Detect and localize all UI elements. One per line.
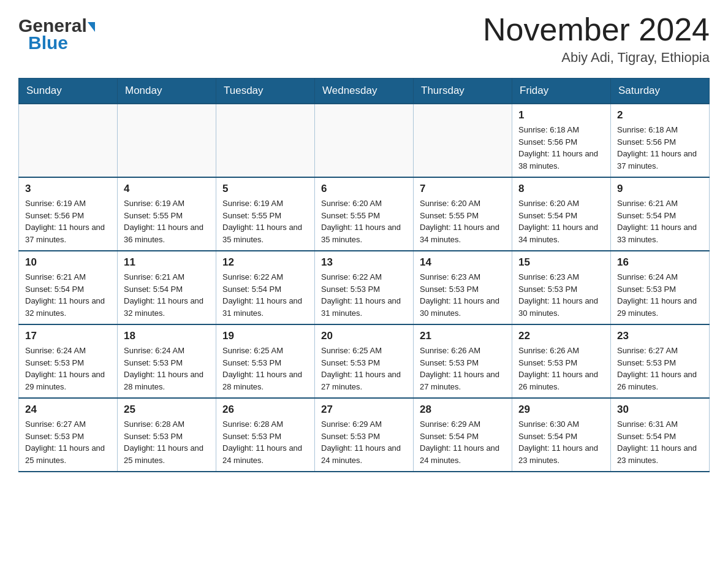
- day-info: Sunrise: 6:21 AMSunset: 5:54 PMDaylight:…: [25, 271, 111, 319]
- calendar-cell: [315, 104, 414, 177]
- calendar-cell: 22Sunrise: 6:26 AMSunset: 5:53 PMDayligh…: [512, 324, 611, 398]
- day-number: 9: [617, 183, 703, 195]
- day-number: 19: [222, 330, 308, 342]
- calendar-cell: 9Sunrise: 6:21 AMSunset: 5:54 PMDaylight…: [611, 177, 710, 251]
- col-tuesday: Tuesday: [216, 79, 315, 104]
- calendar-cell: 29Sunrise: 6:30 AMSunset: 5:54 PMDayligh…: [512, 398, 611, 472]
- day-number: 15: [518, 256, 604, 269]
- calendar-title: November 2024: [483, 12, 710, 47]
- day-info: Sunrise: 6:20 AMSunset: 5:55 PMDaylight:…: [420, 197, 506, 245]
- calendar-cell: 17Sunrise: 6:24 AMSunset: 5:53 PMDayligh…: [19, 324, 118, 398]
- calendar-header-row: Sunday Monday Tuesday Wednesday Thursday…: [19, 79, 710, 104]
- day-number: 14: [420, 256, 506, 269]
- calendar-cell: 19Sunrise: 6:25 AMSunset: 5:53 PMDayligh…: [216, 324, 315, 398]
- calendar-cell: 7Sunrise: 6:20 AMSunset: 5:55 PMDaylight…: [414, 177, 512, 251]
- calendar-cell: 12Sunrise: 6:22 AMSunset: 5:54 PMDayligh…: [216, 251, 315, 324]
- calendar-subtitle: Abiy Adi, Tigray, Ethiopia: [483, 50, 710, 66]
- calendar-cell: [216, 104, 315, 177]
- calendar-week-row: 1Sunrise: 6:18 AMSunset: 5:56 PMDaylight…: [19, 104, 710, 177]
- day-info: Sunrise: 6:29 AMSunset: 5:53 PMDaylight:…: [321, 418, 407, 466]
- day-number: 6: [321, 183, 407, 195]
- title-block: November 2024 Abiy Adi, Tigray, Ethiopia: [483, 12, 710, 66]
- day-info: Sunrise: 6:22 AMSunset: 5:53 PMDaylight:…: [321, 271, 407, 319]
- logo-arrow-icon: [88, 22, 95, 32]
- calendar-cell: 24Sunrise: 6:27 AMSunset: 5:53 PMDayligh…: [19, 398, 118, 472]
- day-info: Sunrise: 6:19 AMSunset: 5:55 PMDaylight:…: [124, 197, 210, 245]
- day-info: Sunrise: 6:28 AMSunset: 5:53 PMDaylight:…: [222, 418, 308, 466]
- day-number: 12: [222, 256, 308, 269]
- calendar-cell: 10Sunrise: 6:21 AMSunset: 5:54 PMDayligh…: [19, 251, 118, 324]
- calendar-cell: 30Sunrise: 6:31 AMSunset: 5:54 PMDayligh…: [611, 398, 710, 472]
- day-number: 3: [25, 183, 111, 195]
- day-number: 23: [617, 330, 703, 342]
- day-info: Sunrise: 6:21 AMSunset: 5:54 PMDaylight:…: [124, 271, 210, 319]
- calendar-cell: 25Sunrise: 6:28 AMSunset: 5:53 PMDayligh…: [118, 398, 216, 472]
- day-info: Sunrise: 6:23 AMSunset: 5:53 PMDaylight:…: [420, 271, 506, 319]
- calendar-cell: 14Sunrise: 6:23 AMSunset: 5:53 PMDayligh…: [414, 251, 512, 324]
- day-info: Sunrise: 6:20 AMSunset: 5:54 PMDaylight:…: [518, 197, 604, 245]
- calendar-cell: 28Sunrise: 6:29 AMSunset: 5:54 PMDayligh…: [414, 398, 512, 472]
- day-number: 22: [518, 330, 604, 342]
- day-number: 16: [617, 256, 703, 269]
- col-saturday: Saturday: [611, 79, 710, 104]
- day-info: Sunrise: 6:21 AMSunset: 5:54 PMDaylight:…: [617, 197, 703, 245]
- day-number: 10: [25, 256, 111, 269]
- day-info: Sunrise: 6:26 AMSunset: 5:53 PMDaylight:…: [518, 345, 604, 393]
- day-info: Sunrise: 6:18 AMSunset: 5:56 PMDaylight:…: [617, 124, 703, 172]
- day-number: 18: [124, 330, 210, 342]
- day-number: 21: [420, 330, 506, 342]
- day-number: 30: [617, 404, 703, 416]
- day-number: 4: [124, 183, 210, 195]
- calendar-cell: 8Sunrise: 6:20 AMSunset: 5:54 PMDaylight…: [512, 177, 611, 251]
- day-info: Sunrise: 6:20 AMSunset: 5:55 PMDaylight:…: [321, 197, 407, 245]
- col-wednesday: Wednesday: [315, 79, 414, 104]
- calendar-cell: [414, 104, 512, 177]
- day-number: 1: [518, 109, 604, 121]
- day-number: 5: [222, 183, 308, 195]
- calendar-cell: 3Sunrise: 6:19 AMSunset: 5:56 PMDaylight…: [19, 177, 118, 251]
- day-number: 2: [617, 109, 703, 121]
- calendar-cell: 16Sunrise: 6:24 AMSunset: 5:53 PMDayligh…: [611, 251, 710, 324]
- calendar-cell: 26Sunrise: 6:28 AMSunset: 5:53 PMDayligh…: [216, 398, 315, 472]
- day-info: Sunrise: 6:26 AMSunset: 5:53 PMDaylight:…: [420, 345, 506, 393]
- calendar-cell: 21Sunrise: 6:26 AMSunset: 5:53 PMDayligh…: [414, 324, 512, 398]
- calendar-cell: 1Sunrise: 6:18 AMSunset: 5:56 PMDaylight…: [512, 104, 611, 177]
- day-info: Sunrise: 6:24 AMSunset: 5:53 PMDaylight:…: [617, 271, 703, 319]
- day-info: Sunrise: 6:23 AMSunset: 5:53 PMDaylight:…: [518, 271, 604, 319]
- calendar-cell: 15Sunrise: 6:23 AMSunset: 5:53 PMDayligh…: [512, 251, 611, 324]
- day-info: Sunrise: 6:24 AMSunset: 5:53 PMDaylight:…: [124, 345, 210, 393]
- day-info: Sunrise: 6:18 AMSunset: 5:56 PMDaylight:…: [518, 124, 604, 172]
- day-info: Sunrise: 6:22 AMSunset: 5:54 PMDaylight:…: [222, 271, 308, 319]
- calendar-cell: 2Sunrise: 6:18 AMSunset: 5:56 PMDaylight…: [611, 104, 710, 177]
- day-info: Sunrise: 6:19 AMSunset: 5:55 PMDaylight:…: [222, 197, 308, 245]
- day-number: 24: [25, 404, 111, 416]
- calendar-cell: 6Sunrise: 6:20 AMSunset: 5:55 PMDaylight…: [315, 177, 414, 251]
- calendar-week-row: 3Sunrise: 6:19 AMSunset: 5:56 PMDaylight…: [19, 177, 710, 251]
- day-number: 28: [420, 404, 506, 416]
- calendar-week-row: 10Sunrise: 6:21 AMSunset: 5:54 PMDayligh…: [19, 251, 710, 324]
- day-info: Sunrise: 6:28 AMSunset: 5:53 PMDaylight:…: [124, 418, 210, 466]
- day-number: 27: [321, 404, 407, 416]
- calendar-cell: [19, 104, 118, 177]
- day-number: 17: [25, 330, 111, 342]
- calendar-week-row: 17Sunrise: 6:24 AMSunset: 5:53 PMDayligh…: [19, 324, 710, 398]
- logo-blue-text: Blue: [18, 33, 68, 53]
- col-friday: Friday: [512, 79, 611, 104]
- logo: General Blue: [18, 12, 95, 53]
- day-info: Sunrise: 6:30 AMSunset: 5:54 PMDaylight:…: [518, 418, 604, 466]
- calendar-cell: 23Sunrise: 6:27 AMSunset: 5:53 PMDayligh…: [611, 324, 710, 398]
- calendar-cell: 18Sunrise: 6:24 AMSunset: 5:53 PMDayligh…: [118, 324, 216, 398]
- day-info: Sunrise: 6:25 AMSunset: 5:53 PMDaylight:…: [321, 345, 407, 393]
- day-info: Sunrise: 6:31 AMSunset: 5:54 PMDaylight:…: [617, 418, 703, 466]
- calendar-cell: 5Sunrise: 6:19 AMSunset: 5:55 PMDaylight…: [216, 177, 315, 251]
- calendar-cell: [118, 104, 216, 177]
- day-number: 7: [420, 183, 506, 195]
- day-number: 13: [321, 256, 407, 269]
- day-info: Sunrise: 6:19 AMSunset: 5:56 PMDaylight:…: [25, 197, 111, 245]
- day-number: 25: [124, 404, 210, 416]
- calendar-cell: 13Sunrise: 6:22 AMSunset: 5:53 PMDayligh…: [315, 251, 414, 324]
- calendar-cell: 11Sunrise: 6:21 AMSunset: 5:54 PMDayligh…: [118, 251, 216, 324]
- day-number: 29: [518, 404, 604, 416]
- calendar-cell: 20Sunrise: 6:25 AMSunset: 5:53 PMDayligh…: [315, 324, 414, 398]
- day-info: Sunrise: 6:29 AMSunset: 5:54 PMDaylight:…: [420, 418, 506, 466]
